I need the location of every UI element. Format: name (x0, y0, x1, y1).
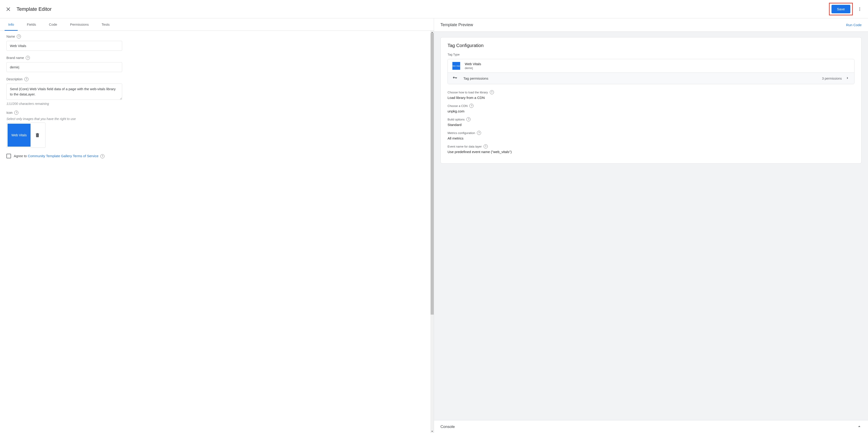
tab-permissions[interactable]: Permissions (64, 19, 95, 31)
agree-prefix: Agree to (14, 154, 28, 158)
chevron-up-icon (857, 424, 862, 429)
agree-checkbox[interactable] (6, 154, 11, 158)
tab-tests[interactable]: Tests (95, 19, 116, 31)
editor-header: Template Editor Save (0, 0, 868, 19)
help-icon[interactable]: ? (100, 154, 104, 158)
config-item: Choose how to load the library?Load libr… (447, 90, 855, 100)
brand-input[interactable] (6, 62, 122, 72)
help-icon[interactable]: ? (17, 34, 21, 38)
name-input[interactable] (6, 41, 122, 51)
tag-type-row[interactable]: Web Vitals Web Vitals demirj (448, 59, 854, 72)
brand-label: Brand name (6, 56, 24, 60)
config-label: Event name for data layer (447, 145, 482, 148)
scroll-thumb[interactable] (431, 33, 434, 314)
tag-logo: Web Vitals (453, 62, 460, 70)
help-icon[interactable]: ? (490, 90, 494, 94)
save-highlight: Save (829, 3, 853, 15)
config-label: Build options (447, 118, 465, 121)
description-label: Description (6, 77, 23, 81)
config-label: Metrics configuration (447, 131, 475, 135)
icon-label: Icon (6, 111, 12, 114)
tag-type-label: Tag Type (447, 53, 855, 56)
help-icon[interactable]: ? (26, 56, 30, 60)
scrollbar[interactable] (431, 31, 434, 433)
terms-link[interactable]: Community Template Gallery Terms of Serv… (28, 154, 98, 158)
config-value: Load library from a CDN (447, 96, 855, 100)
help-icon[interactable]: ? (469, 104, 473, 108)
svg-point-0 (859, 7, 860, 8)
description-hint: 111/200 characters remaining (6, 102, 122, 105)
delete-icon-button[interactable] (35, 132, 40, 138)
tag-name: Web Vitals (465, 62, 481, 66)
run-code-button[interactable]: Run Code (846, 23, 862, 27)
agree-text: Agree to Community Template Gallery Term… (14, 154, 104, 158)
tab-fields[interactable]: Fields (21, 19, 42, 31)
right-pane: Template Preview Run Code Tag Configurat… (434, 19, 868, 433)
config-item: Event name for data layer?Use predefined… (447, 144, 855, 154)
overflow-menu-button[interactable] (855, 5, 864, 14)
key-icon (453, 75, 458, 81)
card-title: Tag Configuration (447, 43, 855, 48)
svg-point-1 (859, 9, 860, 9)
config-value: Standard (447, 123, 855, 127)
icon-hint: Select only images that you have the rig… (6, 117, 122, 121)
help-icon[interactable]: ? (14, 110, 19, 115)
config-value: All metrics (447, 136, 855, 140)
tab-info[interactable]: Info (2, 19, 21, 31)
config-item: Choose a CDN?unpkg.com (447, 104, 855, 113)
preview-body: Tag Configuration Tag Type Web Vitals We… (434, 32, 868, 420)
help-icon[interactable]: ? (24, 77, 29, 81)
help-icon[interactable]: ? (484, 144, 488, 148)
config-item: Build options?Standard (447, 117, 855, 127)
name-label: Name (6, 35, 15, 38)
config-label: Choose a CDN (447, 104, 467, 108)
form-area: Name ? Brand name ? (0, 31, 434, 433)
editor-tabs: Info Fields Code Permissions Tests (0, 19, 434, 31)
help-icon[interactable]: ? (477, 131, 481, 135)
close-button[interactable] (4, 5, 13, 14)
tag-permissions-row[interactable]: Tag permissions 3 permissions (448, 72, 854, 84)
save-button[interactable]: Save (832, 5, 850, 13)
svg-point-2 (859, 10, 860, 11)
permissions-count: 3 permissions (822, 77, 842, 80)
left-pane: Info Fields Code Permissions Tests Name … (0, 19, 434, 433)
config-value: unpkg.com (447, 109, 855, 113)
icon-thumbnail[interactable]: Web Vitals (7, 124, 31, 146)
config-item: Metrics configuration?All metrics (447, 131, 855, 140)
permissions-label: Tag permissions (463, 76, 488, 80)
preview-title: Template Preview (440, 23, 473, 27)
page-title: Template Editor (17, 6, 829, 12)
description-input[interactable] (6, 84, 122, 100)
help-icon[interactable]: ? (466, 117, 470, 122)
tag-config-card: Tag Configuration Tag Type Web Vitals We… (440, 37, 862, 164)
tab-code[interactable]: Code (42, 19, 64, 31)
console-title: Console (440, 425, 455, 429)
config-label: Choose how to load the library (447, 91, 488, 94)
scroll-down-icon[interactable] (431, 430, 434, 433)
chevron-right-icon (845, 76, 849, 81)
icon-box: Web Vitals (6, 123, 45, 148)
console-bar[interactable]: Console (434, 420, 868, 433)
config-value: Use predefined event name ("web_vitals") (447, 150, 855, 154)
tag-brand: demirj (465, 66, 481, 70)
